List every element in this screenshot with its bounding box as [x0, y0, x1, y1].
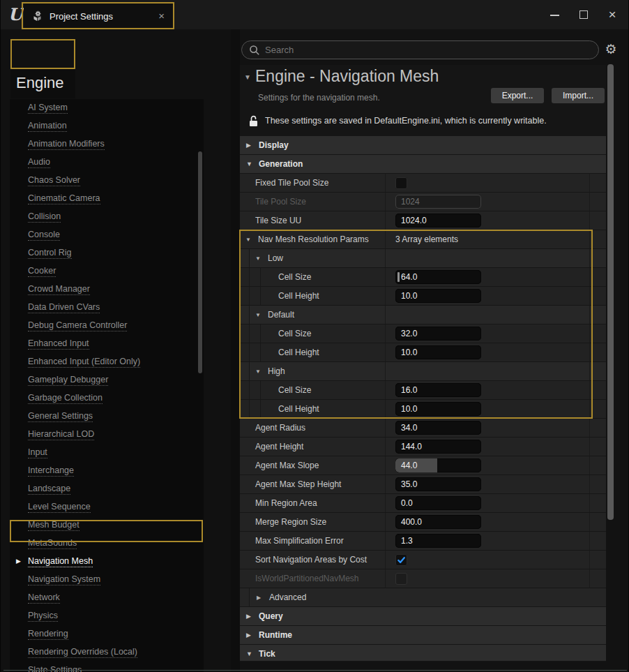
sidebar-item-cooker[interactable]: Cooker	[10, 262, 204, 281]
settings-row-nav-mesh-resolution-params: ▼Nav Mesh Resolution Params3 Array eleme…	[240, 230, 606, 249]
sidebar-item-metasounds[interactable]: MetaSounds	[10, 535, 204, 553]
value-text: 34.0	[401, 423, 417, 433]
indent-guide	[260, 400, 261, 418]
property-label: Agent Max Slope	[255, 461, 319, 470]
value-input-cell-height[interactable]: 10.0	[395, 402, 481, 416]
property-label: Cell Size	[278, 272, 311, 282]
window-maximize-button[interactable]	[574, 6, 592, 24]
details-scrollbar[interactable]	[607, 64, 614, 520]
sidebar-item-general-settings[interactable]: General Settings	[10, 408, 204, 426]
expand-triangle-icon[interactable]: ▶	[257, 595, 264, 601]
sidebar-item-ai-system[interactable]: AI System	[10, 99, 204, 117]
value-input-max-simplification-error[interactable]: 1.3	[395, 534, 481, 548]
sidebar-item-input[interactable]: Input	[10, 444, 204, 462]
sidebar-item-navigation-mesh[interactable]: ▶Navigation Mesh	[10, 553, 204, 571]
expand-triangle-icon[interactable]: ▼	[255, 312, 262, 318]
sidebar-item-audio[interactable]: Audio	[10, 154, 204, 172]
sidebar-item-debug-camera-controller[interactable]: Debug Camera Controller	[10, 317, 204, 335]
tab-label: Project Settings	[50, 11, 113, 22]
sidebar-item-physics[interactable]: Physics	[10, 607, 204, 625]
sidebar-item-console[interactable]: Console	[10, 226, 204, 244]
sidebar-item-navigation-system[interactable]: Navigation System	[10, 571, 204, 589]
expand-triangle-icon[interactable]: ▼	[255, 368, 262, 375]
property-value-cell	[386, 306, 590, 324]
page-collapse-triangle-icon[interactable]: ▼	[244, 73, 251, 81]
row-label: Runtime	[259, 630, 292, 640]
sidebar-item-label: Garbage Collection	[28, 393, 103, 404]
expand-triangle-icon[interactable]: ▶	[246, 613, 253, 620]
sidebar-item-rendering[interactable]: Rendering	[10, 625, 204, 643]
value-input-cell-size[interactable]: 16.0	[395, 383, 481, 397]
expand-triangle-icon[interactable]: ▼	[246, 160, 253, 167]
expand-triangle-icon[interactable]: ▼	[246, 650, 253, 657]
row-end-cell	[590, 475, 606, 493]
window-minimize-button[interactable]	[545, 6, 563, 24]
sidebar-item-control-rig[interactable]: Control Rig	[10, 244, 204, 262]
value-input-agent-max-step-height[interactable]: 35.0	[395, 477, 481, 491]
sidebar-item-animation-modifiers[interactable]: Animation Modifiers	[10, 135, 204, 154]
indent-guide	[249, 306, 250, 324]
row-end-cell	[590, 419, 606, 437]
sidebar-item-label: Crowd Manager	[28, 284, 90, 295]
export-button[interactable]: Export...	[491, 88, 544, 103]
section-header-tick[interactable]: ▼Tick	[240, 645, 606, 661]
expand-triangle-icon[interactable]: ▼	[245, 237, 252, 243]
project-settings-window: U	[0, 0, 629, 672]
sidebar-item-mesh-budget[interactable]: Mesh Budget	[10, 516, 204, 535]
value-input-cell-height[interactable]: 10.0	[395, 345, 481, 359]
value-input-cell-size[interactable]: 64.0	[395, 270, 481, 284]
sidebar-item-animation[interactable]: Animation	[10, 117, 204, 135]
page-subtitle: Settings for the navigation mesh.	[258, 93, 380, 103]
section-header-display[interactable]: ▶Display	[240, 136, 606, 155]
value-input-cell-height[interactable]: 10.0	[395, 289, 481, 303]
property-label-cell: Cell Size	[240, 381, 386, 399]
settings-gear-icon[interactable]: ⚙	[603, 41, 619, 58]
section-header-query[interactable]: ▶Query	[240, 607, 606, 626]
value-input-cell-size[interactable]: 32.0	[395, 327, 481, 341]
window-close-button[interactable]: ×	[603, 6, 621, 24]
tab-project-settings[interactable]: Project Settings ×	[24, 3, 174, 29]
checkbox-fixed-tile-pool-size[interactable]	[395, 177, 407, 189]
checkbox-sort-navigation-areas-by-cost[interactable]	[395, 554, 407, 566]
row-end-cell	[590, 211, 606, 230]
sidebar-item-cinematic-camera[interactable]: Cinematic Camera	[10, 190, 204, 208]
value-input-tile-size-uu[interactable]: 1024.0	[395, 214, 481, 227]
expand-triangle-icon[interactable]: ▶	[246, 632, 253, 639]
sidebar-item-data-driven-cvars[interactable]: Data Driven CVars	[10, 299, 204, 317]
sidebar-item-network[interactable]: Network	[10, 589, 204, 607]
section-header-generation[interactable]: ▼Generation	[240, 155, 606, 174]
sidebar-item-collision[interactable]: Collision	[10, 208, 204, 226]
sidebar-scrollbar[interactable]	[198, 151, 202, 373]
value-input-agent-max-slope[interactable]: 44.0	[395, 458, 481, 472]
search-input[interactable]	[265, 45, 598, 55]
sidebar-item-chaos-solver[interactable]: Chaos Solver	[10, 172, 204, 190]
property-label: Sort Navigation Areas by Cost	[255, 555, 367, 565]
panel-splitter[interactable]	[231, 29, 240, 672]
sidebar-item-gameplay-debugger[interactable]: Gameplay Debugger	[10, 371, 204, 389]
section-header-runtime[interactable]: ▶Runtime	[240, 626, 606, 645]
sidebar-item-landscape[interactable]: Landscape	[10, 480, 204, 498]
expand-triangle-icon[interactable]: ▼	[255, 255, 262, 262]
sidebar-item-garbage-collection[interactable]: Garbage Collection	[10, 389, 204, 408]
expand-triangle-icon[interactable]: ▶	[246, 142, 253, 149]
sidebar-item-level-sequence[interactable]: Level Sequence	[10, 498, 204, 516]
value-input-merge-region-size[interactable]: 400.0	[395, 515, 481, 529]
advanced-header-advanced[interactable]: ▶Advanced	[240, 588, 606, 607]
sidebar-item-crowd-manager[interactable]: Crowd Manager	[10, 281, 204, 299]
unlock-icon	[248, 115, 259, 127]
value-input-agent-radius[interactable]: 34.0	[395, 421, 481, 435]
sidebar-item-rendering-overrides-local[interactable]: Rendering Overrides (Local)	[10, 643, 204, 662]
sidebar-item-hierarchical-lod[interactable]: Hierarchical LOD	[10, 426, 204, 444]
import-button[interactable]: Import...	[552, 88, 605, 103]
value-input-agent-height[interactable]: 144.0	[395, 440, 481, 454]
property-label: Max Simplification Error	[255, 536, 344, 546]
sidebar-item-label: General Settings	[28, 411, 93, 422]
sidebar-item-enhanced-input-editor-only[interactable]: Enhanced Input (Editor Only)	[10, 353, 204, 371]
property-label: Tile Pool Size	[255, 197, 306, 207]
tab-close-icon[interactable]: ×	[158, 9, 165, 23]
sidebar-item-interchange[interactable]: Interchange	[10, 462, 204, 480]
value-text: 44.0	[401, 461, 417, 470]
row-end-cell	[590, 287, 606, 305]
value-input-min-region-area[interactable]: 0.0	[395, 496, 481, 510]
sidebar-item-enhanced-input[interactable]: Enhanced Input	[10, 335, 204, 353]
